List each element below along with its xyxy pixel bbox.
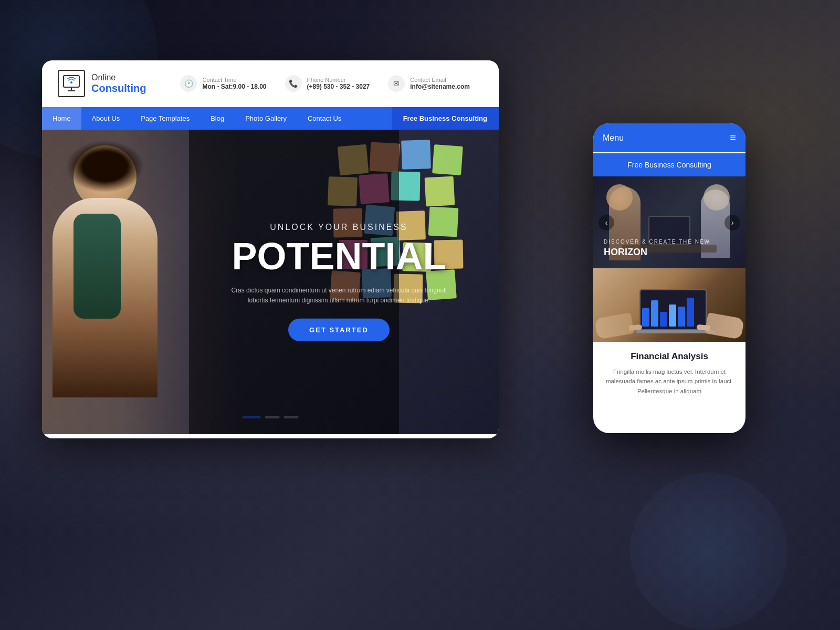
sticky-note-4 xyxy=(432,144,463,175)
bar-1 xyxy=(642,308,649,327)
slider-prev-button[interactable]: ‹ xyxy=(598,215,614,230)
hero-get-started-button[interactable]: GET STARTED xyxy=(288,319,390,341)
bar-2 xyxy=(651,300,658,327)
phone-value: (+89) 530 - 352 - 3027 xyxy=(307,83,370,90)
hero-description: Cras dictus quam condimentum ut venen ru… xyxy=(225,286,453,306)
sticky-note-8 xyxy=(425,176,455,207)
email-text: Contact Email info@sitename.com xyxy=(410,77,470,90)
slider-head-2 xyxy=(704,184,730,211)
mobile-nav: Menu ≡ xyxy=(593,123,746,152)
phone-icon: 📞 xyxy=(285,75,302,92)
contact-time-item: 🕐 Contact Time Mon - Sat:9.00 - 18.00 xyxy=(180,75,266,92)
logo-online: Online xyxy=(91,73,146,82)
mobile-card-title: Financial Analysis xyxy=(604,351,735,362)
mobile-menu-label: Menu xyxy=(603,133,624,143)
bar-3 xyxy=(660,312,667,327)
nav-contact[interactable]: Contact Us xyxy=(297,107,352,130)
hero-subtitle: UNLOCK YOUR BUSINESS xyxy=(225,223,453,232)
hamburger-icon[interactable]: ≡ xyxy=(730,132,736,144)
bar-4 xyxy=(669,304,676,327)
phone-item: 📞 Phone Number (+89) 530 - 352 - 3027 xyxy=(285,75,370,92)
desktop-mockup: Online Consulting 🕐 Contact Time Mon - S… xyxy=(42,60,499,438)
mobile-card: Financial Analysis Fringilla mollis mag … xyxy=(593,268,746,405)
hero-section: UNLOCK YOUR BUSINESS POTENTIAL Cras dict… xyxy=(42,130,499,434)
sticky-note-3 xyxy=(401,140,431,170)
email-label: Contact Email xyxy=(410,77,470,83)
contact-time-text: Contact Time Mon - Sat:9.00 - 18.00 xyxy=(202,77,266,90)
nav-blog[interactable]: Blog xyxy=(200,107,235,130)
mobile-card-image xyxy=(593,268,746,342)
email-icon: ✉ xyxy=(388,75,405,92)
finger-right xyxy=(697,324,710,331)
mobile-slide-subtitle: DISCOVER & CREATE THE NEW xyxy=(604,239,735,245)
logo-consulting: Consulting xyxy=(91,82,146,94)
bar-6 xyxy=(687,298,694,327)
card-laptop-screen xyxy=(639,289,707,330)
card-laptop-base xyxy=(636,330,715,333)
contact-time-label: Contact Time xyxy=(202,77,266,83)
bar-5 xyxy=(678,307,685,327)
slider-next-button[interactable]: › xyxy=(724,215,740,230)
deco-circle-2 xyxy=(630,472,788,630)
phone-text: Phone Number (+89) 530 - 352 - 3027 xyxy=(307,77,370,90)
slider-head-1 xyxy=(606,184,633,211)
mobile-card-description: Fringilla mollis mag luctus vel. Interdu… xyxy=(604,367,735,396)
email-value: info@sitename.com xyxy=(410,83,470,90)
nav-home[interactable]: Home xyxy=(42,107,81,130)
hero-title: POTENTIAL xyxy=(225,237,453,275)
mobile-mockup: Menu ≡ Free Business Consulting ‹ DISCOV… xyxy=(593,123,746,433)
mobile-slide-title: HORIZON xyxy=(604,247,735,258)
nav-cta-button[interactable]: Free Business Consulting xyxy=(392,107,499,130)
svg-point-3 xyxy=(70,81,72,83)
logo-area: Online Consulting xyxy=(58,70,146,97)
mobile-slider: ‹ DISCOVER & CREATE THE NEW HORIZON › xyxy=(593,176,746,268)
site-header: Online Consulting 🕐 Contact Time Mon - S… xyxy=(42,60,499,107)
person-hair xyxy=(66,140,144,193)
email-item: ✉ Contact Email info@sitename.com xyxy=(388,75,470,92)
nav-templates[interactable]: Page Templates xyxy=(130,107,200,130)
phone-label: Phone Number xyxy=(307,77,370,83)
contact-time-value: Mon - Sat:9.00 - 18.00 xyxy=(202,83,266,90)
logo-text: Online Consulting xyxy=(91,73,146,94)
mobile-card-body: Financial Analysis Fringilla mollis mag … xyxy=(593,342,746,405)
mobile-cta-bar[interactable]: Free Business Consulting xyxy=(593,153,746,176)
mobile-slider-content: DISCOVER & CREATE THE NEW HORIZON xyxy=(604,239,735,258)
person-shirt xyxy=(74,214,121,319)
clock-icon: 🕐 xyxy=(180,75,197,92)
nav-items: Home About Us Page Templates Blog Photo … xyxy=(42,107,392,130)
logo-icon xyxy=(58,70,85,97)
site-nav: Home About Us Page Templates Blog Photo … xyxy=(42,107,499,130)
header-info: 🕐 Contact Time Mon - Sat:9.00 - 18.00 📞 … xyxy=(167,75,483,92)
nav-about[interactable]: About Us xyxy=(81,107,130,130)
nav-gallery[interactable]: Photo Gallery xyxy=(235,107,297,130)
hero-content: UNLOCK YOUR BUSINESS POTENTIAL Cras dict… xyxy=(225,223,453,341)
mobile-cta-text: Free Business Consulting xyxy=(603,161,736,169)
